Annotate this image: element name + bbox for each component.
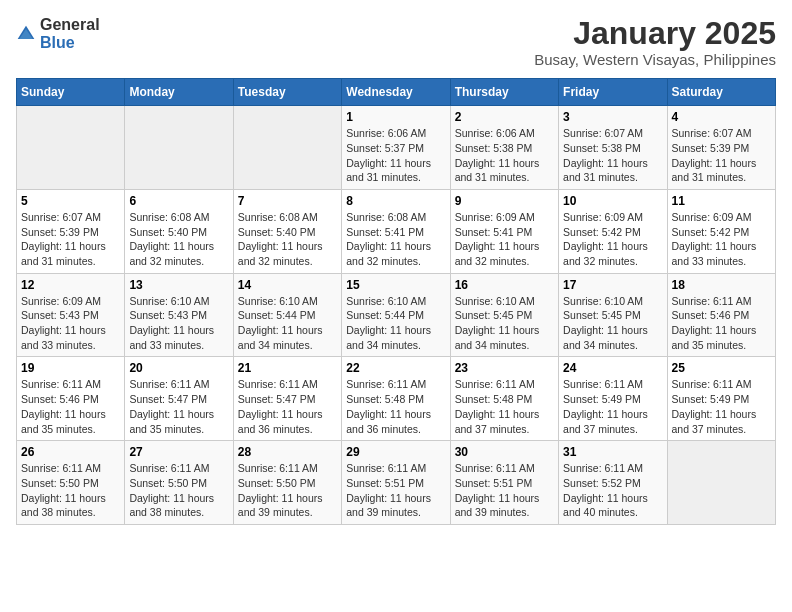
calendar-cell-1-1: 6 Sunrise: 6:08 AMSunset: 5:40 PMDayligh… bbox=[125, 189, 233, 273]
calendar-cell-4-2: 28 Sunrise: 6:11 AMSunset: 5:50 PMDaylig… bbox=[233, 441, 341, 525]
calendar-cell-1-0: 5 Sunrise: 6:07 AMSunset: 5:39 PMDayligh… bbox=[17, 189, 125, 273]
day-number: 20 bbox=[129, 361, 228, 375]
calendar-week-3: 19 Sunrise: 6:11 AMSunset: 5:46 PMDaylig… bbox=[17, 357, 776, 441]
calendar-cell-3-4: 23 Sunrise: 6:11 AMSunset: 5:48 PMDaylig… bbox=[450, 357, 558, 441]
day-number: 23 bbox=[455, 361, 554, 375]
header-tuesday: Tuesday bbox=[233, 79, 341, 106]
day-info: Sunrise: 6:11 AMSunset: 5:50 PMDaylight:… bbox=[21, 462, 106, 518]
calendar-cell-2-4: 16 Sunrise: 6:10 AMSunset: 5:45 PMDaylig… bbox=[450, 273, 558, 357]
calendar-cell-0-4: 2 Sunrise: 6:06 AMSunset: 5:38 PMDayligh… bbox=[450, 106, 558, 190]
day-number: 18 bbox=[672, 278, 771, 292]
day-info: Sunrise: 6:10 AMSunset: 5:43 PMDaylight:… bbox=[129, 295, 214, 351]
day-number: 2 bbox=[455, 110, 554, 124]
calendar-cell-2-2: 14 Sunrise: 6:10 AMSunset: 5:44 PMDaylig… bbox=[233, 273, 341, 357]
day-info: Sunrise: 6:11 AMSunset: 5:50 PMDaylight:… bbox=[238, 462, 323, 518]
calendar-cell-0-3: 1 Sunrise: 6:06 AMSunset: 5:37 PMDayligh… bbox=[342, 106, 450, 190]
logo-icon bbox=[16, 24, 36, 44]
day-number: 17 bbox=[563, 278, 662, 292]
header-sunday: Sunday bbox=[17, 79, 125, 106]
logo-blue-text: Blue bbox=[40, 34, 100, 52]
day-info: Sunrise: 6:11 AMSunset: 5:51 PMDaylight:… bbox=[455, 462, 540, 518]
calendar-cell-1-2: 7 Sunrise: 6:08 AMSunset: 5:40 PMDayligh… bbox=[233, 189, 341, 273]
day-info: Sunrise: 6:07 AMSunset: 5:39 PMDaylight:… bbox=[21, 211, 106, 267]
day-info: Sunrise: 6:11 AMSunset: 5:49 PMDaylight:… bbox=[563, 378, 648, 434]
title-block: January 2025 Busay, Western Visayas, Phi… bbox=[534, 16, 776, 68]
calendar-table: Sunday Monday Tuesday Wednesday Thursday… bbox=[16, 78, 776, 525]
logo: General Blue bbox=[16, 16, 100, 51]
calendar-cell-0-2 bbox=[233, 106, 341, 190]
calendar-cell-3-6: 25 Sunrise: 6:11 AMSunset: 5:49 PMDaylig… bbox=[667, 357, 775, 441]
header-wednesday: Wednesday bbox=[342, 79, 450, 106]
calendar-cell-0-6: 4 Sunrise: 6:07 AMSunset: 5:39 PMDayligh… bbox=[667, 106, 775, 190]
calendar-cell-3-0: 19 Sunrise: 6:11 AMSunset: 5:46 PMDaylig… bbox=[17, 357, 125, 441]
day-number: 9 bbox=[455, 194, 554, 208]
calendar-cell-4-4: 30 Sunrise: 6:11 AMSunset: 5:51 PMDaylig… bbox=[450, 441, 558, 525]
calendar-week-0: 1 Sunrise: 6:06 AMSunset: 5:37 PMDayligh… bbox=[17, 106, 776, 190]
page-header: General Blue January 2025 Busay, Western… bbox=[16, 16, 776, 68]
day-info: Sunrise: 6:11 AMSunset: 5:48 PMDaylight:… bbox=[455, 378, 540, 434]
calendar-cell-2-1: 13 Sunrise: 6:10 AMSunset: 5:43 PMDaylig… bbox=[125, 273, 233, 357]
day-number: 11 bbox=[672, 194, 771, 208]
day-info: Sunrise: 6:10 AMSunset: 5:45 PMDaylight:… bbox=[563, 295, 648, 351]
day-number: 21 bbox=[238, 361, 337, 375]
header-friday: Friday bbox=[559, 79, 667, 106]
page-subtitle: Busay, Western Visayas, Philippines bbox=[534, 51, 776, 68]
day-number: 31 bbox=[563, 445, 662, 459]
calendar-cell-1-6: 11 Sunrise: 6:09 AMSunset: 5:42 PMDaylig… bbox=[667, 189, 775, 273]
calendar-cell-3-5: 24 Sunrise: 6:11 AMSunset: 5:49 PMDaylig… bbox=[559, 357, 667, 441]
day-info: Sunrise: 6:11 AMSunset: 5:48 PMDaylight:… bbox=[346, 378, 431, 434]
logo-text: General Blue bbox=[40, 16, 100, 51]
day-number: 15 bbox=[346, 278, 445, 292]
calendar-cell-4-1: 27 Sunrise: 6:11 AMSunset: 5:50 PMDaylig… bbox=[125, 441, 233, 525]
day-number: 5 bbox=[21, 194, 120, 208]
day-number: 19 bbox=[21, 361, 120, 375]
calendar-cell-3-1: 20 Sunrise: 6:11 AMSunset: 5:47 PMDaylig… bbox=[125, 357, 233, 441]
day-number: 22 bbox=[346, 361, 445, 375]
page-title: January 2025 bbox=[534, 16, 776, 51]
day-number: 1 bbox=[346, 110, 445, 124]
day-number: 24 bbox=[563, 361, 662, 375]
day-info: Sunrise: 6:11 AMSunset: 5:51 PMDaylight:… bbox=[346, 462, 431, 518]
day-info: Sunrise: 6:11 AMSunset: 5:49 PMDaylight:… bbox=[672, 378, 757, 434]
day-info: Sunrise: 6:08 AMSunset: 5:41 PMDaylight:… bbox=[346, 211, 431, 267]
day-number: 12 bbox=[21, 278, 120, 292]
calendar-cell-4-0: 26 Sunrise: 6:11 AMSunset: 5:50 PMDaylig… bbox=[17, 441, 125, 525]
day-info: Sunrise: 6:11 AMSunset: 5:46 PMDaylight:… bbox=[21, 378, 106, 434]
day-info: Sunrise: 6:10 AMSunset: 5:45 PMDaylight:… bbox=[455, 295, 540, 351]
day-info: Sunrise: 6:08 AMSunset: 5:40 PMDaylight:… bbox=[238, 211, 323, 267]
header-thursday: Thursday bbox=[450, 79, 558, 106]
calendar-cell-1-5: 10 Sunrise: 6:09 AMSunset: 5:42 PMDaylig… bbox=[559, 189, 667, 273]
calendar-cell-1-4: 9 Sunrise: 6:09 AMSunset: 5:41 PMDayligh… bbox=[450, 189, 558, 273]
day-number: 13 bbox=[129, 278, 228, 292]
calendar-header: Sunday Monday Tuesday Wednesday Thursday… bbox=[17, 79, 776, 106]
day-info: Sunrise: 6:09 AMSunset: 5:42 PMDaylight:… bbox=[563, 211, 648, 267]
calendar-cell-0-1 bbox=[125, 106, 233, 190]
day-number: 27 bbox=[129, 445, 228, 459]
calendar-cell-2-3: 15 Sunrise: 6:10 AMSunset: 5:44 PMDaylig… bbox=[342, 273, 450, 357]
calendar-body: 1 Sunrise: 6:06 AMSunset: 5:37 PMDayligh… bbox=[17, 106, 776, 525]
calendar-cell-2-0: 12 Sunrise: 6:09 AMSunset: 5:43 PMDaylig… bbox=[17, 273, 125, 357]
day-number: 16 bbox=[455, 278, 554, 292]
logo-general-text: General bbox=[40, 16, 100, 34]
day-number: 4 bbox=[672, 110, 771, 124]
day-info: Sunrise: 6:06 AMSunset: 5:38 PMDaylight:… bbox=[455, 127, 540, 183]
header-monday: Monday bbox=[125, 79, 233, 106]
calendar-cell-4-5: 31 Sunrise: 6:11 AMSunset: 5:52 PMDaylig… bbox=[559, 441, 667, 525]
day-info: Sunrise: 6:11 AMSunset: 5:46 PMDaylight:… bbox=[672, 295, 757, 351]
header-saturday: Saturday bbox=[667, 79, 775, 106]
day-number: 10 bbox=[563, 194, 662, 208]
day-number: 28 bbox=[238, 445, 337, 459]
day-number: 29 bbox=[346, 445, 445, 459]
day-info: Sunrise: 6:09 AMSunset: 5:41 PMDaylight:… bbox=[455, 211, 540, 267]
header-row: Sunday Monday Tuesday Wednesday Thursday… bbox=[17, 79, 776, 106]
day-number: 26 bbox=[21, 445, 120, 459]
day-info: Sunrise: 6:08 AMSunset: 5:40 PMDaylight:… bbox=[129, 211, 214, 267]
day-number: 25 bbox=[672, 361, 771, 375]
day-info: Sunrise: 6:11 AMSunset: 5:50 PMDaylight:… bbox=[129, 462, 214, 518]
day-number: 8 bbox=[346, 194, 445, 208]
day-number: 3 bbox=[563, 110, 662, 124]
calendar-cell-3-2: 21 Sunrise: 6:11 AMSunset: 5:47 PMDaylig… bbox=[233, 357, 341, 441]
day-info: Sunrise: 6:07 AMSunset: 5:38 PMDaylight:… bbox=[563, 127, 648, 183]
day-number: 14 bbox=[238, 278, 337, 292]
day-info: Sunrise: 6:10 AMSunset: 5:44 PMDaylight:… bbox=[238, 295, 323, 351]
